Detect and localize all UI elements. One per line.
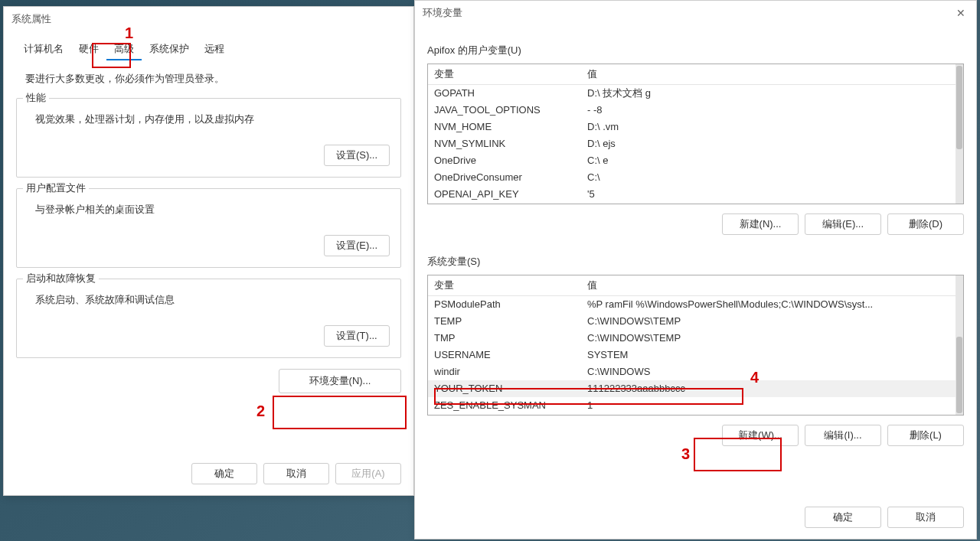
scrollbar-thumb[interactable]	[956, 66, 962, 149]
env-vars-title: 环境变量	[423, 6, 462, 20]
system-vars-rows: PSModulePath%P ramFil %\WindowsPowerShel…	[428, 296, 963, 414]
table-row[interactable]: NVM_SYMLINKD:\ ejs	[428, 135, 963, 152]
var-value: SYSTEM	[587, 348, 957, 362]
startup-section: 启动和故障恢复 系统启动、系统故障和调试信息 设置(T)...	[16, 279, 401, 358]
var-value: C:\WINDOWS\TEMP	[587, 331, 957, 345]
header-variable[interactable]: 变量	[434, 67, 587, 81]
var-name: TMP	[434, 331, 587, 345]
system-vars-listbox[interactable]: 变量 值 PSModulePath%P ramFil %\WindowsPowe…	[427, 275, 964, 416]
var-name: OPENAI_API_KEY	[434, 187, 587, 201]
table-row[interactable]: NVM_HOMED:\ .vm	[428, 119, 963, 135]
table-row[interactable]: PSModulePath%P ramFil %\WindowsPowerShel…	[428, 296, 963, 313]
user-delete-button[interactable]: 删除(D)	[887, 213, 964, 235]
var-value: C:\WINDOWS\TEMP	[587, 314, 957, 328]
var-name: NVM_HOME	[434, 120, 587, 134]
table-row[interactable]: windirC:\WINDOWS	[428, 363, 963, 380]
system-vars-buttons: 新建(W)... 编辑(I)... 删除(L)	[427, 425, 964, 446]
var-value: 111222333aaabbbccc	[587, 382, 957, 396]
table-row[interactable]: OneDriveC:\ e	[428, 152, 963, 169]
startup-title: 启动和故障恢复	[23, 272, 99, 285]
tab-hardware[interactable]: 硬件	[71, 39, 106, 60]
system-properties-tabs: 计算机名 硬件 高级 系统保护 远程	[16, 39, 401, 61]
env-ok-button[interactable]: 确定	[805, 507, 881, 528]
tab-advanced[interactable]: 高级	[106, 39, 142, 60]
user-edit-button[interactable]: 编辑(E)...	[805, 213, 881, 235]
user-vars-label: Apifox 的用户变量(U)	[427, 44, 964, 57]
var-value: C:\WINDOWS	[587, 365, 957, 379]
system-edit-button[interactable]: 编辑(I)...	[805, 425, 881, 446]
system-new-button[interactable]: 新建(W)...	[722, 425, 799, 446]
system-delete-button[interactable]: 删除(L)	[887, 425, 964, 446]
var-value: %P ramFil %\WindowsPowerShell\Modules;C:…	[587, 298, 957, 311]
var-value: D:\ ejs	[587, 137, 957, 151]
var-name: PSModulePath	[434, 298, 587, 311]
var-name: ZES_ENABLE_SYSMAN	[434, 399, 587, 412]
scrollbar[interactable]	[956, 64, 963, 204]
table-row[interactable]: YOUR_TOKEN111222333aaabbbccc	[428, 380, 963, 397]
env-cancel-button[interactable]: 取消	[887, 507, 964, 528]
header-value[interactable]: 值	[587, 279, 957, 292]
user-profiles-section: 用户配置文件 与登录帐户相关的桌面设置 设置(E)...	[16, 188, 401, 268]
system-properties-titlebar: 系统属性	[4, 7, 413, 31]
var-value: 1	[587, 399, 957, 412]
var-name: USERNAME	[434, 348, 587, 362]
header-value[interactable]: 值	[587, 67, 957, 81]
var-value: D:\ .vm	[587, 120, 957, 134]
environment-variables-dialog: 环境变量 ✕ Apifox 的用户变量(U) 变量 值 GOPATHD:\ 技术…	[414, 0, 977, 539]
tab-remote[interactable]: 远程	[197, 39, 232, 60]
user-vars-rows: GOPATHD:\ 技术文档 gJAVA_TOOL_OPTIONS- -8NVM…	[428, 85, 963, 204]
ok-button[interactable]: 确定	[191, 463, 257, 484]
var-value: '5	[587, 187, 957, 201]
var-value: D:\ 技术文档 g	[587, 86, 957, 100]
table-row[interactable]: USERNAMESYSTEM	[428, 347, 963, 363]
environment-variables-button[interactable]: 环境变量(N)...	[279, 369, 401, 393]
var-name: JAVA_TOOL_OPTIONS	[434, 103, 587, 117]
table-row[interactable]: GOPATHD:\ 技术文档 g	[428, 85, 963, 102]
performance-title: 性能	[23, 91, 49, 105]
system-properties-buttons: 确定 取消 应用(A)	[191, 463, 401, 484]
system-properties-body: 计算机名 硬件 高级 系统保护 远程 要进行大多数更改，你必须作为管理员登录。 …	[4, 31, 413, 401]
system-vars-label: 系统变量(S)	[427, 255, 964, 269]
performance-settings-button[interactable]: 设置(S)...	[324, 145, 390, 166]
var-name: TEMP	[434, 314, 587, 328]
performance-section: 性能 视觉效果，处理器计划，内存使用，以及虚拟内存 设置(S)...	[16, 98, 401, 178]
user-vars-header: 变量 值	[428, 64, 963, 85]
tab-computer-name[interactable]: 计算机名	[16, 39, 71, 60]
table-row[interactable]: TEMPC:\WINDOWS\TEMP	[428, 313, 963, 330]
env-vars-bottom-buttons: 确定 取消	[805, 507, 964, 528]
scrollbar-thumb[interactable]	[956, 337, 962, 413]
startup-desc: 系统启动、系统故障和调试信息	[28, 293, 390, 307]
scrollbar[interactable]	[956, 275, 963, 415]
user-vars-buttons: 新建(N)... 编辑(E)... 删除(D)	[427, 213, 964, 235]
user-profiles-title: 用户配置文件	[23, 181, 89, 195]
table-row[interactable]: JAVA_TOOL_OPTIONS- -8	[428, 102, 963, 119]
var-value: C:\ e	[587, 154, 957, 168]
table-row[interactable]: OneDriveConsumerC:\	[428, 169, 963, 186]
table-row[interactable]: ZES_ENABLE_SYSMAN1	[428, 397, 963, 414]
table-row[interactable]: TMPC:\WINDOWS\TEMP	[428, 330, 963, 347]
var-name: OneDriveConsumer	[434, 171, 587, 184]
header-variable[interactable]: 变量	[434, 279, 587, 292]
admin-note: 要进行大多数更改，你必须作为管理员登录。	[16, 72, 401, 86]
user-profiles-desc: 与登录帐户相关的桌面设置	[28, 203, 390, 217]
system-properties-title: 系统属性	[11, 12, 51, 26]
var-name: YOUR_TOKEN	[434, 382, 587, 396]
user-profiles-settings-button[interactable]: 设置(E)...	[324, 235, 390, 256]
table-row[interactable]: PathD:\pyt' pts\;D:\python p\shi...	[428, 203, 963, 204]
var-name: windir	[434, 365, 587, 379]
var-name: NVM_SYMLINK	[434, 137, 587, 151]
cancel-button[interactable]: 取消	[263, 463, 329, 484]
tab-system-protection[interactable]: 系统保护	[142, 39, 197, 60]
var-value: - -8	[587, 103, 957, 117]
user-new-button[interactable]: 新建(N)...	[722, 213, 799, 235]
system-properties-dialog: 系统属性 计算机名 硬件 高级 系统保护 远程 要进行大多数更改，你必须作为管理…	[3, 6, 414, 496]
startup-settings-button[interactable]: 设置(T)...	[324, 325, 390, 347]
performance-desc: 视觉效果，处理器计划，内存使用，以及虚拟内存	[28, 112, 390, 126]
env-vars-body: Apifox 的用户变量(U) 变量 值 GOPATHD:\ 技术文档 gJAV…	[415, 25, 976, 481]
user-vars-listbox[interactable]: 变量 值 GOPATHD:\ 技术文档 gJAVA_TOOL_OPTIONS- …	[427, 64, 964, 204]
var-name: GOPATH	[434, 86, 587, 100]
table-row[interactable]: OPENAI_API_KEY '5	[428, 186, 963, 203]
apply-button[interactable]: 应用(A)	[335, 463, 401, 484]
close-icon[interactable]: ✕	[953, 5, 969, 21]
system-vars-header: 变量 值	[428, 275, 963, 296]
